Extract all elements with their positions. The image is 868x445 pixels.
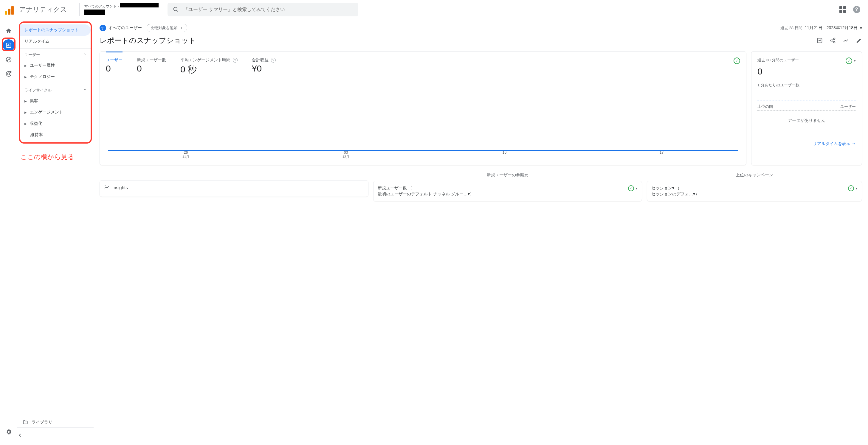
help-icon[interactable]: ?: [233, 58, 238, 63]
status-check-icon[interactable]: ✓: [734, 58, 740, 64]
edit-icon[interactable]: [856, 37, 862, 43]
search-icon: [173, 6, 179, 12]
insights-sparkle-icon: [104, 185, 110, 190]
main-content: す すべてのユーザー 比較対象を追加 ＋ 過去 28 日間 11月21日～202…: [94, 19, 868, 445]
segment-all-users[interactable]: す すべてのユーザー: [99, 25, 142, 31]
metric-tab[interactable]: 合計収益 ?¥0: [252, 58, 276, 76]
nav-monetization[interactable]: ▶収益化: [20, 118, 91, 129]
search-input[interactable]: [184, 7, 353, 12]
nav-technology[interactable]: ▶テクノロジー: [20, 71, 91, 82]
share-icon[interactable]: [830, 37, 836, 43]
svg-point-0: [174, 7, 177, 11]
add-comparison-button[interactable]: 比較対象を追加 ＋: [147, 24, 187, 32]
nav-acquisition[interactable]: ▶集客: [20, 95, 91, 107]
caret-right-icon: ▶: [25, 111, 27, 114]
rail-reports[interactable]: [3, 39, 14, 51]
nav-section-user[interactable]: ユーザー ⌃: [20, 48, 91, 60]
plus-icon: ＋: [180, 25, 183, 31]
library-button[interactable]: ライブラリ: [23, 417, 88, 427]
caret-right-icon: ▶: [25, 75, 27, 79]
insights-card[interactable]: Insights: [99, 180, 368, 197]
nav-sidebar: レポートのスナップショット リアルタイム ユーザー ⌃ ▶ユーザー属性 ▶テクノ…: [17, 19, 94, 445]
svg-line-14: [832, 39, 834, 40]
status-check-icon: ✓: [628, 185, 634, 191]
line-chart: 2611月0312月10 17: [106, 81, 740, 159]
folder-icon: [23, 420, 28, 425]
nav-realtime[interactable]: リアルタイム: [20, 36, 91, 47]
col-users: ユーザー: [840, 104, 856, 109]
caret-right-icon: ▶: [25, 122, 27, 126]
apps-icon[interactable]: [839, 6, 846, 13]
account-picker[interactable]: すべてのアカウント ›: [79, 3, 167, 16]
svg-point-12: [831, 40, 832, 41]
svg-line-15: [832, 41, 834, 42]
metrics-tabs: ユーザー0新規ユーザー数0平均エンゲージメント時間 ?0 秒合計収益 ?¥0: [106, 58, 740, 76]
metric-tab[interactable]: ユーザー0: [106, 58, 123, 76]
svg-point-11: [834, 38, 835, 40]
top-campaigns-label: 上位のキャンペーン: [647, 172, 862, 178]
help-icon[interactable]: ?: [853, 6, 860, 13]
nav-retention[interactable]: 維持率: [20, 129, 91, 141]
page-title: レポートのスナップショット: [99, 36, 196, 45]
top-campaigns-card[interactable]: セッション▾ （ セッションのデフォ…▾） ✓▾: [647, 181, 862, 201]
nav-engagement[interactable]: ▶エンゲージメント: [20, 107, 91, 118]
per-minute-label: 1 分あたりのユーザー数: [757, 82, 856, 88]
dropdown-icon[interactable]: ▾: [856, 186, 858, 190]
customize-icon[interactable]: [817, 37, 823, 43]
app-header: アナリティクス すべてのアカウント › ?: [0, 0, 868, 19]
dropdown-icon[interactable]: ▾: [854, 59, 856, 63]
view-realtime-link[interactable]: リアルタイムを表示 →: [757, 141, 856, 146]
metric-tab[interactable]: 新規ユーザー数0: [137, 58, 166, 76]
svg-point-16: [105, 185, 105, 186]
nav-report-snapshot[interactable]: レポートのスナップショット: [20, 25, 91, 36]
chevron-up-icon: ⌃: [83, 53, 87, 57]
collapse-sidebar-button[interactable]: [17, 427, 94, 438]
annotation-nav-highlight: レポートのスナップショット リアルタイム ユーザー ⌃ ▶ユーザー属性 ▶テクノ…: [19, 22, 92, 144]
overview-chart-card: ✓ ユーザー0新規ユーザー数0平均エンゲージメント時間 ?0 秒合計収益 ?¥0…: [99, 51, 746, 165]
nav-user-attributes[interactable]: ▶ユーザー属性: [20, 60, 91, 71]
rail-settings[interactable]: [3, 426, 14, 438]
dropdown-icon[interactable]: ▾: [636, 186, 638, 190]
status-check-icon[interactable]: ✓: [846, 58, 852, 64]
chart-tick: 17: [660, 150, 663, 159]
nav-section-lifecycle[interactable]: ライフサイクル ⌃: [20, 84, 91, 95]
rail-home[interactable]: [3, 25, 14, 37]
sparkline-chart: [757, 92, 856, 100]
app-title: アナリティクス: [19, 5, 67, 14]
annotation-text: ここの欄から見る: [17, 144, 94, 164]
new-user-source-label: 新規ユーザーの参照元: [373, 172, 642, 178]
realtime-card: 過去 30 分間のユーザー ✓ ▾ 0 1 分あたりのユーザー数 上位の国 ユー…: [751, 51, 862, 165]
chart-tick: 0312月: [342, 150, 349, 159]
rail-advertising[interactable]: [3, 68, 14, 80]
rail-explore[interactable]: [3, 54, 14, 66]
caret-right-icon: ▶: [25, 64, 27, 67]
chevron-up-icon: ⌃: [83, 88, 87, 93]
date-range-picker[interactable]: 過去 28 日間 11月21日～2023年12月18日 ▾: [780, 25, 862, 31]
search-box[interactable]: [167, 3, 358, 16]
metric-tab[interactable]: 平均エンゲージメント時間 ?0 秒: [180, 58, 238, 76]
insights-icon[interactable]: [843, 37, 849, 43]
caret-right-icon: ▶: [25, 100, 27, 103]
analytics-logo-icon: [5, 4, 15, 14]
status-check-icon: ✓: [848, 185, 854, 191]
chevron-left-icon: [17, 433, 23, 438]
realtime-users-value: 0: [757, 66, 856, 76]
svg-line-1: [177, 10, 178, 11]
chart-tick: 2611月: [182, 150, 189, 159]
help-icon[interactable]: ?: [271, 58, 276, 63]
col-top-countries: 上位の国: [757, 104, 773, 109]
svg-point-13: [834, 41, 835, 43]
icon-rail: [0, 19, 17, 445]
new-user-source-card[interactable]: 新規ユーザー数 （ 最初のユーザーのデフォルト チャネル グルー…▾） ✓▾: [373, 181, 642, 201]
chart-tick: 10: [502, 150, 506, 159]
dropdown-icon: ▾: [860, 26, 862, 30]
no-data-message: データがありません: [757, 118, 856, 123]
